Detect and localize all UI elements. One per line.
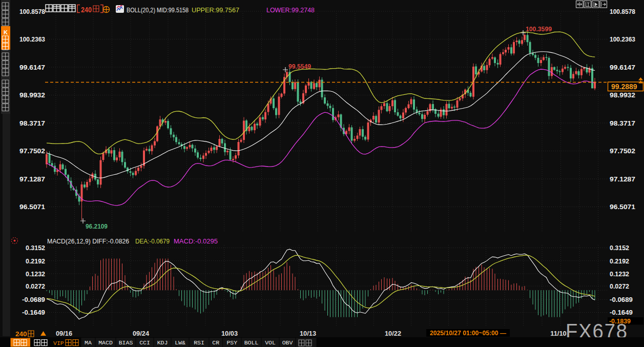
- svg-text:MACD(26,12,9) DIFF:-0.0826: MACD(26,12,9) DIFF:-0.0826: [47, 237, 129, 245]
- svg-text:UPPER:99.7567: UPPER:99.7567: [192, 6, 239, 14]
- svg-text:09/16: 09/16: [56, 330, 72, 337]
- svg-text:96.5071: 96.5071: [610, 203, 635, 211]
- svg-text:CR: CR: [212, 339, 219, 346]
- svg-text:BIAS: BIAS: [119, 339, 133, 346]
- svg-text:240: 240: [15, 330, 27, 338]
- svg-text:99.6147: 99.6147: [610, 64, 635, 71]
- svg-text:240: 240: [81, 6, 92, 14]
- svg-text:98.9932: 98.9932: [610, 91, 635, 99]
- svg-text:BOLL: BOLL: [244, 339, 259, 346]
- svg-text:98.3717: 98.3717: [610, 119, 635, 127]
- svg-text:97.1287: 97.1287: [610, 175, 635, 183]
- svg-text:MACD: MACD: [98, 339, 113, 346]
- svg-text:10/03: 10/03: [221, 330, 238, 337]
- svg-text:100.3599: 100.3599: [526, 25, 552, 33]
- svg-text:0.3152: 0.3152: [26, 244, 45, 252]
- svg-text:100.2363: 100.2363: [610, 35, 635, 43]
- svg-text:0.0272: 0.0272: [26, 282, 45, 290]
- svg-text:BOLL(20,2) MID:99.5158: BOLL(20,2) MID:99.5158: [127, 6, 189, 14]
- svg-text:0.1232: 0.1232: [26, 270, 45, 278]
- svg-text:10/22: 10/22: [385, 330, 401, 337]
- svg-text:-0.1649: -0.1649: [22, 309, 45, 316]
- svg-text:LW&: LW&: [175, 339, 185, 346]
- svg-text:97.7502: 97.7502: [19, 147, 45, 155]
- svg-text:99.6147: 99.6147: [19, 64, 45, 71]
- svg-text:98.3717: 98.3717: [19, 119, 45, 127]
- svg-text:96.5071: 96.5071: [19, 203, 45, 211]
- svg-text:10/13: 10/13: [300, 330, 316, 337]
- svg-text:2025/10/27 01:00~05:00 —: 2025/10/27 01:00~05:00 —: [430, 330, 506, 337]
- svg-text:-0.1649: -0.1649: [610, 309, 633, 316]
- svg-text:98.9932: 98.9932: [19, 91, 45, 99]
- svg-text:96.2109: 96.2109: [86, 222, 108, 230]
- svg-text:99.5549: 99.5549: [288, 63, 311, 70]
- svg-text:09/24: 09/24: [133, 330, 150, 337]
- svg-text:OBV: OBV: [282, 339, 293, 346]
- svg-text:97.1287: 97.1287: [19, 175, 45, 183]
- svg-text:MACD:-0.0295: MACD:-0.0295: [174, 237, 218, 245]
- svg-text:97.7502: 97.7502: [610, 147, 635, 155]
- svg-text:99.2889: 99.2889: [611, 83, 637, 91]
- svg-text:100.8578: 100.8578: [19, 8, 45, 15]
- svg-text:DEA:-0.0679: DEA:-0.0679: [135, 237, 170, 245]
- svg-text:CCI: CCI: [139, 339, 150, 346]
- svg-text:0.1232: 0.1232: [610, 270, 629, 278]
- svg-text:LOWER:99.2748: LOWER:99.2748: [266, 6, 315, 14]
- svg-text:VOL: VOL: [265, 339, 276, 346]
- svg-text:100.2363: 100.2363: [19, 35, 45, 43]
- svg-text:0.2192: 0.2192: [26, 257, 45, 265]
- svg-text:-0.0689: -0.0689: [22, 296, 45, 303]
- svg-text:100.8578: 100.8578: [610, 8, 635, 15]
- svg-text:K: K: [4, 29, 8, 35]
- svg-text:-0.0689: -0.0689: [610, 296, 633, 303]
- svg-text:MA: MA: [85, 339, 92, 346]
- svg-text:0.3152: 0.3152: [610, 244, 629, 252]
- svg-text:0.0272: 0.0272: [610, 282, 629, 290]
- svg-text:PSY: PSY: [226, 339, 237, 346]
- svg-text:VIP: VIP: [53, 340, 64, 346]
- svg-text:0.2192: 0.2192: [610, 257, 629, 265]
- svg-text:11/10: 11/10: [550, 330, 566, 337]
- svg-text:KDJ: KDJ: [157, 339, 168, 346]
- svg-text:RSI: RSI: [194, 339, 204, 346]
